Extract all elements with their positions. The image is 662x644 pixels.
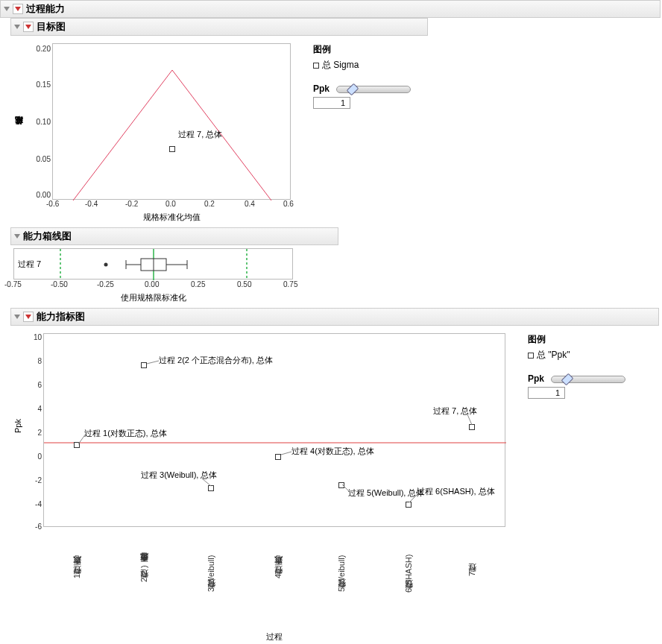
box-row-label: 过程 7	[18, 259, 41, 268]
ppk-label: Ppk	[313, 83, 330, 94]
capi-plot[interactable]: 过程 1(对数正态), 总体 过程 2(2 个正态混合分布), 总体 过程 3(…	[43, 333, 505, 527]
disclosure-icon[interactable]	[14, 234, 20, 239]
goal-ytick: 0.10	[37, 118, 51, 126]
capi-xtick: 过程 6(SHASH)	[403, 530, 414, 619]
goal-xtick: -0.2	[125, 200, 138, 208]
box-xtick: 0.25	[191, 280, 205, 288]
legend-label: 总 "Ppk"	[537, 349, 570, 362]
capi-xtick: 过程 1(对数正态)	[72, 530, 83, 619]
main-title: 过程能力	[26, 2, 65, 16]
box-xtick: -0.25	[97, 280, 114, 288]
box-header[interactable]: 能力箱线图	[10, 227, 338, 245]
legend-title: 图例	[313, 43, 411, 56]
capi-ytick: 10	[34, 333, 42, 341]
box-xtick: 0.50	[237, 280, 251, 288]
goal-title: 目标图	[37, 20, 66, 34]
svg-line-12	[202, 479, 211, 486]
svg-line-13	[281, 452, 291, 455]
square-marker-icon	[313, 63, 319, 69]
capi-xlabel: 过程	[43, 624, 505, 643]
box-xtick: 0.75	[283, 280, 297, 288]
svg-point-8	[104, 263, 108, 267]
box-plot[interactable]	[13, 248, 293, 280]
legend-title: 图例	[528, 333, 625, 346]
capi-xtick: 过程 5(Weibull)	[336, 530, 347, 619]
goal-xtick: 0.0	[166, 200, 176, 208]
box-xtick: 0.00	[145, 280, 159, 288]
goal-ytick: 0.20	[37, 45, 51, 53]
svg-line-10	[78, 434, 86, 444]
disclosure-icon[interactable]	[4, 7, 10, 11]
box-xlabel: 使用规格限标准化	[13, 291, 293, 303]
legend-item[interactable]: 总 "Ppk"	[528, 349, 625, 362]
capi-xtick: 过程 4(对数正态)	[273, 530, 284, 619]
capi-xtick: 过程 3(Weibull)	[206, 530, 217, 619]
goal-ytick: 0.05	[37, 155, 51, 163]
ppk-value[interactable]: 1	[313, 97, 350, 109]
svg-line-11	[147, 361, 159, 364]
capi-title: 能力指标图	[37, 310, 85, 323]
svg-line-15	[409, 493, 418, 502]
capi-point-label: 过程 6(SHASH), 总体	[417, 486, 495, 497]
goal-xtick: 0.6	[283, 200, 294, 208]
legend-item[interactable]: 总 Sigma	[313, 59, 411, 72]
goal-plot[interactable]: 过程 7, 总体	[52, 43, 291, 200]
square-marker-icon	[528, 353, 534, 359]
capi-ylabel: Ppk	[13, 419, 22, 433]
capi-point	[275, 452, 281, 462]
goal-point-label: 过程 7, 总体	[178, 129, 222, 140]
main-header[interactable]: 过程能力	[0, 0, 661, 18]
capi-ytick: -2	[35, 476, 42, 484]
goal-xtick: 0.2	[204, 200, 215, 208]
menu-icon[interactable]	[23, 312, 34, 322]
box-xtick: -0.50	[51, 280, 68, 288]
svg-line-16	[467, 414, 472, 425]
capi-ytick: 0	[37, 452, 42, 461]
svg-line-14	[342, 484, 350, 492]
capi-ytick: 6	[37, 381, 42, 389]
capi-point-label: 过程 4(对数正态), 总体	[291, 446, 374, 457]
goal-ytick: 0.15	[37, 80, 51, 89]
capi-point-label: 过程 2(2 个正态混合分布), 总体	[159, 355, 273, 366]
goal-ytick: 0.00	[37, 191, 51, 199]
ppk-label: Ppk	[528, 373, 544, 384]
capi-point-label: 过程 1(对数正态), 总体	[84, 428, 167, 439]
capi-header[interactable]: 能力指标图	[10, 308, 659, 326]
capi-ytick: 2	[37, 429, 42, 437]
goal-xtick: -0.4	[85, 200, 98, 208]
capi-ytick: 4	[37, 405, 42, 413]
goal-xtick: -0.6	[46, 200, 59, 208]
menu-icon[interactable]	[13, 4, 23, 14]
goal-point	[169, 144, 175, 154]
disclosure-icon[interactable]	[14, 25, 20, 29]
capi-ytick: -6	[35, 523, 42, 531]
capi-point	[141, 360, 147, 370]
box-xtick: -0.75	[4, 280, 22, 288]
capi-xtick: 过程 7	[467, 530, 478, 619]
box-title: 能力箱线图	[23, 230, 72, 243]
capi-xtick: 过程 2(2 个正态混合分布)	[139, 530, 150, 619]
ppk-slider[interactable]	[336, 86, 411, 93]
menu-icon[interactable]	[23, 22, 34, 32]
disclosure-icon[interactable]	[14, 315, 20, 319]
goal-xlabel: 规格标准化均值	[52, 210, 291, 223]
ppk-slider[interactable]	[551, 376, 625, 383]
ppk-value[interactable]: 1	[528, 387, 565, 399]
goal-header[interactable]: 目标图	[10, 18, 428, 36]
legend-label: 总 Sigma	[322, 59, 359, 72]
goal-xtick: 0.4	[245, 200, 255, 208]
capi-ytick: 8	[37, 357, 42, 365]
capi-ytick: -4	[35, 500, 42, 508]
